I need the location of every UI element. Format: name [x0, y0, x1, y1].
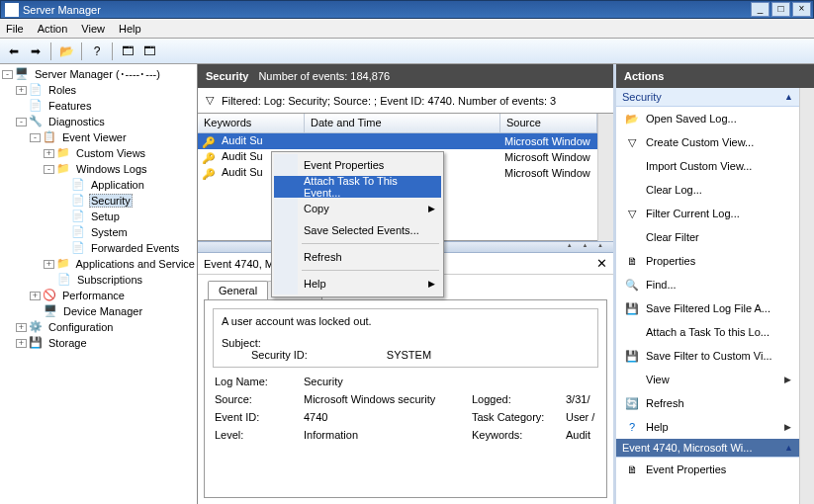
- tree-storage[interactable]: +💾Storage: [0, 335, 197, 351]
- keywords-label: Keywords:: [472, 429, 566, 441]
- actions-scrollbar[interactable]: [799, 88, 814, 504]
- ctx-refresh[interactable]: Refresh: [274, 246, 441, 268]
- tree-log-setup[interactable]: 📄Setup: [0, 209, 197, 224]
- ctx-event-properties[interactable]: Event Properties: [274, 154, 441, 176]
- chevron-right-icon: ▶: [784, 375, 791, 384]
- close-icon[interactable]: ✕: [596, 256, 607, 271]
- action-clear-log[interactable]: Clear Log...: [616, 178, 799, 202]
- action-view[interactable]: View▶: [616, 368, 799, 391]
- tree-log-application[interactable]: 📄Application: [0, 177, 197, 193]
- actions-section-event: Event 4740, Microsoft Wi...▲: [616, 439, 799, 458]
- taskcat-label: Task Category:: [472, 411, 566, 423]
- logname-value: Security: [304, 376, 472, 387]
- grid-scrollbar[interactable]: [597, 114, 613, 241]
- actions-panel: Actions Security▲ 📂Open Saved Log... ▽Cr…: [616, 64, 814, 504]
- tree-root[interactable]: -🖥️Server Manager (･----･---): [0, 66, 197, 82]
- action-save-filtered[interactable]: 💾Save Filtered Log File A...: [616, 296, 799, 320]
- filter-bar: ▽ Filtered: Log: Security; Source: ; Eve…: [198, 88, 613, 114]
- back-icon[interactable]: ⬅: [4, 42, 24, 61]
- action-properties[interactable]: 🗎Properties: [616, 249, 799, 273]
- key-icon: 🔑: [202, 168, 220, 180]
- chevron-right-icon: ▶: [428, 204, 435, 213]
- logname-label: Log Name:: [215, 376, 304, 387]
- tree-roles[interactable]: +📄Roles: [0, 82, 197, 98]
- tree-apps-services[interactable]: +📁Applications and Service: [0, 256, 197, 272]
- ctx-copy[interactable]: Copy▶: [274, 198, 441, 219]
- open-icon: 📂: [624, 111, 640, 126]
- filter-icon: ▽: [624, 134, 640, 150]
- event-count: Number of events: 184,876: [258, 70, 390, 82]
- maximize-button[interactable]: □: [771, 2, 790, 17]
- tree-performance[interactable]: +🚫Performance: [0, 288, 197, 303]
- actions-section-security: Security▲: [616, 88, 799, 107]
- source-value: Microsoft Windows security: [304, 393, 472, 405]
- ctx-attach-task[interactable]: Attach Task To This Event...: [274, 176, 441, 198]
- close-button[interactable]: ×: [792, 2, 811, 17]
- tree-configuration[interactable]: +⚙️Configuration: [0, 319, 197, 335]
- refresh-icon: 🔄: [624, 395, 640, 411]
- help-icon: ?: [624, 419, 640, 435]
- app-icon: [5, 3, 19, 17]
- key-icon: 🔑: [202, 136, 220, 148]
- tree-features[interactable]: 📄Features: [0, 98, 197, 114]
- col-keywords[interactable]: Keywords: [198, 114, 305, 132]
- tree-subscriptions[interactable]: 📄Subscriptions: [0, 272, 197, 288]
- action-event-properties[interactable]: 🗎Event Properties: [616, 458, 799, 481]
- tree-windows-logs[interactable]: -📁Windows Logs: [0, 161, 197, 177]
- toolbar: ⬅ ➡ 📂 ? 🗔 🗔: [0, 39, 814, 64]
- tree-log-system[interactable]: 📄System: [0, 224, 197, 240]
- action-attach-task[interactable]: Attach a Task To this Lo...: [616, 320, 799, 344]
- action-help[interactable]: ?Help▶: [616, 415, 799, 439]
- tree-event-viewer[interactable]: -📋Event Viewer: [0, 129, 197, 145]
- save-icon: 💾: [624, 348, 640, 364]
- security-id-label: Security ID:: [251, 349, 308, 361]
- folder-icon[interactable]: 📂: [56, 42, 76, 61]
- filter-icon: ▽: [206, 94, 214, 107]
- menu-action[interactable]: Action: [38, 23, 68, 35]
- titlebar: Server Manager _ □ ×: [0, 0, 814, 19]
- tree-log-security[interactable]: 📄Security: [0, 193, 197, 209]
- menubar: File Action View Help: [0, 19, 814, 39]
- action-clear-filter[interactable]: Clear Filter: [616, 225, 799, 249]
- tree-log-forwarded[interactable]: 📄Forwarded Events: [0, 240, 197, 256]
- action-find[interactable]: 🔍Find...: [616, 273, 799, 296]
- action-filter-current[interactable]: ▽Filter Current Log...: [616, 202, 799, 225]
- detail-body: A user account was locked out. Subject: …: [204, 299, 607, 498]
- tab-general[interactable]: General: [208, 281, 268, 299]
- menu-file[interactable]: File: [6, 23, 24, 35]
- level-value: Information: [304, 429, 472, 441]
- eventid-label: Event ID:: [215, 411, 304, 423]
- minimize-button[interactable]: _: [751, 2, 769, 17]
- action-open-saved[interactable]: 📂Open Saved Log...: [616, 107, 799, 130]
- tree-diagnostics[interactable]: -🔧Diagnostics: [0, 114, 197, 129]
- forward-icon[interactable]: ➡: [26, 42, 45, 61]
- menu-help[interactable]: Help: [119, 23, 141, 35]
- action-import-custom[interactable]: Import Custom View...: [616, 154, 799, 178]
- event-row[interactable]: 🔑Audit Su Microsoft Window: [198, 133, 597, 149]
- collapse-icon[interactable]: ▲: [784, 443, 793, 453]
- source-label: Source:: [215, 393, 304, 405]
- action-create-custom[interactable]: ▽Create Custom View...: [616, 130, 799, 154]
- detail-message: A user account was locked out.: [222, 315, 589, 327]
- chevron-right-icon: ▶: [428, 279, 435, 289]
- col-source[interactable]: Source: [500, 114, 597, 132]
- col-datetime[interactable]: Date and Time: [305, 114, 500, 132]
- menu-view[interactable]: View: [81, 23, 105, 35]
- pane-icon[interactable]: 🗔: [139, 42, 159, 61]
- find-icon: 🔍: [624, 277, 640, 293]
- action-save-filter-custom[interactable]: 💾Save Filter to Custom Vi...: [616, 344, 799, 368]
- collapse-icon[interactable]: ▲: [784, 92, 793, 102]
- tree-custom-views[interactable]: +📁Custom Views: [0, 145, 197, 161]
- filter-text: Filtered: Log: Security; Source: ; Event…: [222, 95, 556, 107]
- action-refresh[interactable]: 🔄Refresh: [616, 391, 799, 415]
- ctx-save-selected[interactable]: Save Selected Events...: [274, 219, 441, 241]
- filter-icon: ▽: [624, 206, 640, 221]
- refresh-icon[interactable]: ?: [87, 42, 107, 61]
- properties-icon: 🗎: [624, 462, 640, 477]
- help-icon[interactable]: 🗔: [118, 42, 137, 61]
- tree-device-manager[interactable]: 🖥️Device Manager: [0, 303, 197, 319]
- ctx-help[interactable]: Help▶: [274, 273, 441, 294]
- tree-panel: -🖥️Server Manager (･----･---) +📄Roles 📄F…: [0, 64, 198, 504]
- subject-label: Subject:: [222, 337, 589, 349]
- grid-header: Keywords Date and Time Source: [198, 114, 597, 133]
